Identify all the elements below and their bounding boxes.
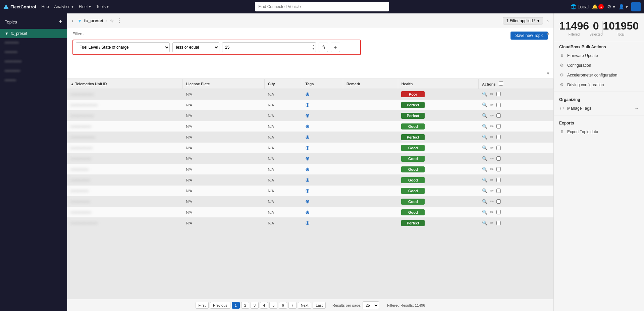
settings-icon[interactable]: ⚙ ▾ <box>607 4 615 9</box>
filter-delete-btn[interactable]: 🗑 <box>319 43 328 52</box>
page-2-btn[interactable]: 2 <box>241 302 249 309</box>
search-action-icon-8[interactable]: 🔍 <box>482 177 487 183</box>
spin-up-btn[interactable]: ▲ <box>312 44 315 47</box>
sidebar-item-blurred-5[interactable]: •••••••• <box>0 76 67 85</box>
col-city[interactable]: City <box>264 79 302 89</box>
page-last-btn[interactable]: Last <box>313 302 326 309</box>
search-action-icon-11[interactable]: 🔍 <box>482 210 487 215</box>
search-action-icon-10[interactable]: 🔍 <box>482 199 487 204</box>
page-first-btn[interactable]: First <box>196 302 209 309</box>
nav-hub[interactable]: Hub <box>42 4 49 9</box>
vehicle-search-input[interactable] <box>255 2 389 11</box>
edit-action-icon-6[interactable]: ✏ <box>490 156 494 161</box>
page-3-btn[interactable]: 3 <box>251 302 259 309</box>
row-checkbox-6[interactable] <box>496 156 501 161</box>
add-tag-btn-11[interactable]: ⊕ <box>305 209 310 215</box>
filter-applied-badge[interactable]: 1 Filter applied * ▾ <box>503 17 543 24</box>
nav-fleet[interactable]: Fleet ▾ <box>79 4 91 9</box>
edit-action-icon-10[interactable]: ✏ <box>490 199 494 204</box>
edit-action-icon-11[interactable]: ✏ <box>490 210 494 215</box>
search-action-icon-12[interactable]: 🔍 <box>482 220 487 225</box>
page-7-btn[interactable]: 7 <box>288 302 297 309</box>
col-health[interactable]: Health <box>398 79 478 89</box>
page-4-btn[interactable]: 4 <box>260 302 268 309</box>
add-tag-btn-0[interactable]: ⊕ <box>305 91 310 97</box>
add-tag-btn-2[interactable]: ⊕ <box>305 113 310 118</box>
row-checkbox-7[interactable] <box>496 167 501 171</box>
filter-operator-select[interactable]: less or equal <box>172 42 219 52</box>
page-6-btn[interactable]: 6 <box>279 302 287 309</box>
primary-nav-btn[interactable] <box>631 2 641 11</box>
add-tag-btn-12[interactable]: ⊕ <box>305 220 310 226</box>
search-action-icon-1[interactable]: 🔍 <box>482 102 487 107</box>
page-next-btn[interactable]: Next <box>298 302 312 309</box>
sidebar-item-blurred-3[interactable]: •••••••••••• <box>0 57 67 66</box>
configuration-item[interactable]: ⚙ Configuration <box>554 60 644 70</box>
filter-add-btn[interactable]: + <box>331 43 340 52</box>
edit-action-icon-0[interactable]: ✏ <box>490 92 494 97</box>
sidebar-item-blurred-4[interactable]: ••••••••••• <box>0 66 67 76</box>
accelerometer-config-item[interactable]: ⚙ Accelerometer configuration <box>554 70 644 80</box>
add-tag-btn-6[interactable]: ⊕ <box>305 156 310 161</box>
select-all-checkbox[interactable] <box>499 81 503 86</box>
export-topic-item[interactable]: ⬆ Export Topic data <box>554 127 644 137</box>
add-tag-btn-3[interactable]: ⊕ <box>305 123 310 129</box>
firmware-update-item[interactable]: ⬇ Firmware Update <box>554 51 644 60</box>
add-tag-btn-4[interactable]: ⊕ <box>305 134 310 140</box>
edit-action-icon-7[interactable]: ✏ <box>490 167 494 172</box>
search-action-icon-9[interactable]: 🔍 <box>482 188 487 193</box>
row-checkbox-1[interactable] <box>496 103 501 107</box>
row-checkbox-4[interactable] <box>496 135 501 139</box>
edit-action-icon-3[interactable]: ✏ <box>490 124 494 129</box>
sidebar-item-fc-preset[interactable]: ▼ fc_preset <box>0 29 67 38</box>
search-action-icon-6[interactable]: 🔍 <box>482 156 487 161</box>
location-btn[interactable]: 🌐 Local <box>571 4 589 9</box>
row-checkbox-9[interactable] <box>496 189 501 193</box>
row-checkbox-11[interactable] <box>496 210 501 214</box>
edit-action-icon-12[interactable]: ✏ <box>490 220 494 225</box>
manage-tags-item[interactable]: 🏷 Manage Tags → <box>554 103 644 113</box>
row-checkbox-10[interactable] <box>496 199 501 204</box>
notification-icon[interactable]: 🔔 <box>592 4 598 9</box>
add-tag-btn-5[interactable]: ⊕ <box>305 145 310 151</box>
edit-action-icon-4[interactable]: ✏ <box>490 135 494 140</box>
row-checkbox-5[interactable] <box>496 146 501 150</box>
col-remark[interactable]: Remark <box>343 79 398 89</box>
edit-action-icon-9[interactable]: ✏ <box>490 188 494 193</box>
driving-config-item[interactable]: ⚙ Driving configuration <box>554 80 644 90</box>
edit-action-icon-8[interactable]: ✏ <box>490 177 494 183</box>
sidebar-item-blurred-2[interactable]: ••••••••• <box>0 48 67 57</box>
nav-analytics[interactable]: Analytics ▾ <box>54 4 73 9</box>
add-tag-btn-10[interactable]: ⊕ <box>305 199 310 204</box>
edit-action-icon-2[interactable]: ✏ <box>490 113 494 118</box>
sidebar-add-btn[interactable]: + <box>59 19 62 25</box>
table-scroll-area[interactable]: ▲ Telematics Unit ID License Plate City … <box>67 79 553 299</box>
search-action-icon-2[interactable]: 🔍 <box>482 113 487 118</box>
right-chevron-btn[interactable]: › <box>546 17 550 25</box>
per-page-select[interactable]: 25 50 100 <box>363 301 379 309</box>
search-action-icon-5[interactable]: 🔍 <box>482 145 487 150</box>
search-action-icon-7[interactable]: 🔍 <box>482 167 487 172</box>
edit-action-icon-5[interactable]: ✏ <box>490 145 494 150</box>
row-checkbox-8[interactable] <box>496 178 501 182</box>
search-action-icon-0[interactable]: 🔍 <box>482 92 487 97</box>
row-checkbox-3[interactable] <box>496 124 501 128</box>
row-checkbox-12[interactable] <box>496 221 501 225</box>
left-chevron-btn[interactable]: ‹ <box>70 17 75 25</box>
row-checkbox-2[interactable] <box>496 113 501 118</box>
sidebar-item-blurred-1[interactable]: •••••••••• <box>0 38 67 48</box>
more-options-btn[interactable]: ⋮ <box>117 17 122 24</box>
col-license-plate[interactable]: License Plate <box>183 79 265 89</box>
row-checkbox-0[interactable] <box>496 92 501 96</box>
page-prev-btn[interactable]: Previous <box>210 302 230 309</box>
nav-tools[interactable]: Tools ▾ <box>96 4 109 9</box>
search-action-icon-4[interactable]: 🔍 <box>482 135 487 140</box>
add-tag-btn-8[interactable]: ⊕ <box>305 177 310 183</box>
search-action-icon-3[interactable]: 🔍 <box>482 124 487 129</box>
star-btn[interactable]: ☆ <box>110 18 114 23</box>
col-tags[interactable]: Tags <box>302 79 343 89</box>
user-icon[interactable]: 👤 ▾ <box>619 4 628 9</box>
col-telematics-id[interactable]: ▲ Telematics Unit ID <box>67 79 183 89</box>
spin-down-btn[interactable]: ▼ <box>312 47 315 51</box>
brand-logo[interactable]: FleetControl <box>3 4 36 9</box>
